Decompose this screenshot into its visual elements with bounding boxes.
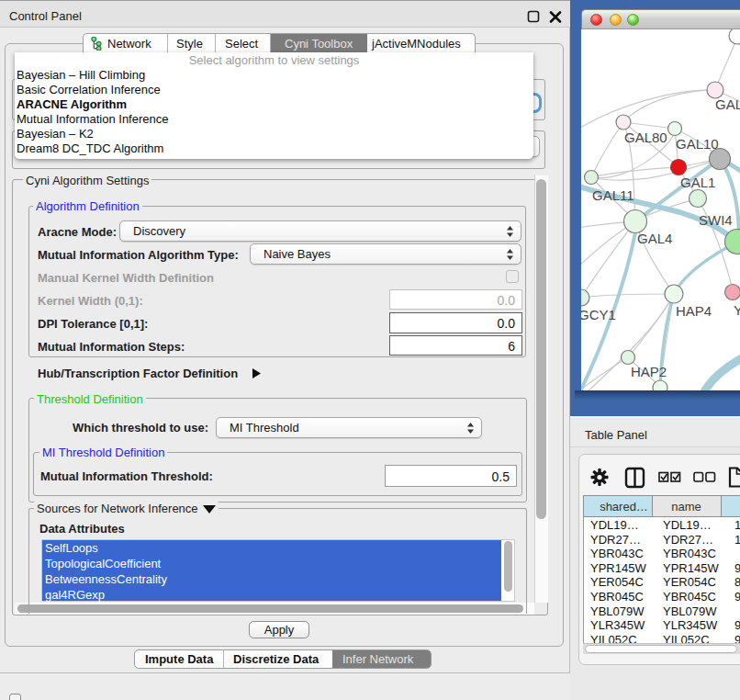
svg-text:SWI4: SWI4 bbox=[699, 212, 733, 228]
svg-text:GAL10: GAL10 bbox=[676, 136, 719, 152]
svg-text:HAP4: HAP4 bbox=[676, 303, 712, 319]
svg-text:GAL1: GAL1 bbox=[680, 175, 715, 190]
svg-text:HAP2: HAP2 bbox=[631, 364, 667, 379]
svg-text:Y: Y bbox=[734, 302, 740, 318]
svg-text:GAL11: GAL11 bbox=[592, 187, 634, 203]
svg-text:GAL4: GAL4 bbox=[637, 231, 672, 246]
svg-text:GAL80: GAL80 bbox=[624, 130, 667, 145]
svg-text:GCY1: GCY1 bbox=[581, 307, 616, 322]
svg-text:GAL7: GAL7 bbox=[715, 96, 740, 112]
